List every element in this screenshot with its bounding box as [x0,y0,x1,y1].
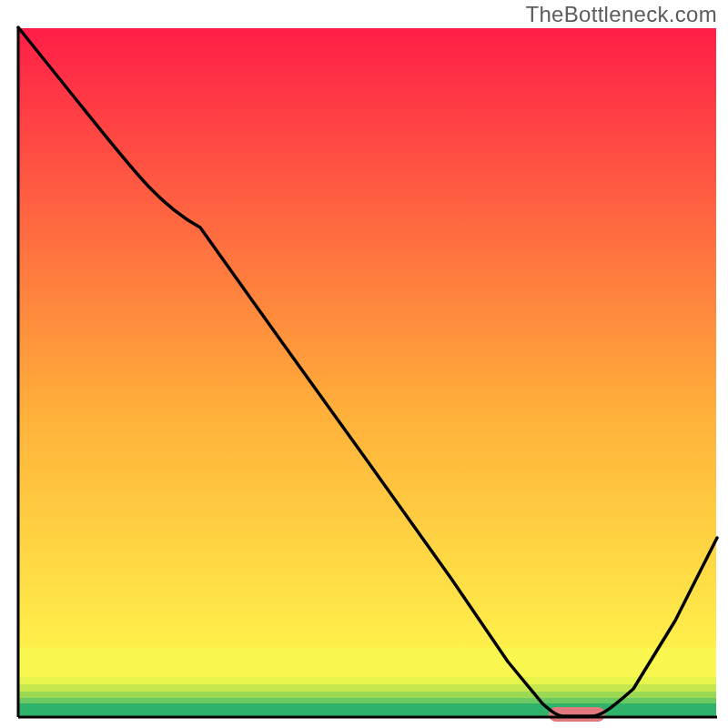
band-yellow-pale [19,648,716,677]
chart-container: { "watermark": "TheBottleneck.com", "cha… [0,0,728,728]
band-light-green [19,692,716,698]
band-mid-green [19,698,716,703]
band-yellow-green [19,677,716,684]
band-lime [19,684,716,692]
gradient-main [19,28,716,648]
watermark-text: TheBottleneck.com [525,2,717,27]
bottleneck-chart [0,0,728,728]
